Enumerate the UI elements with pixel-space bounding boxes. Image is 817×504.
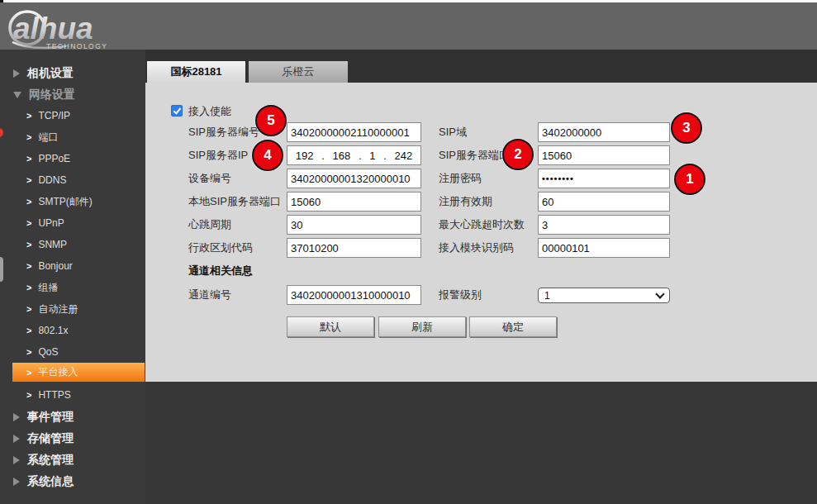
register-password-input[interactable] (538, 169, 670, 188)
button-label: 默认 (320, 320, 341, 335)
dahua-web-config-window: alhua TECHNOLOGY 相机设置 网络设置 TCP/IP 端口 PPP… (0, 0, 817, 504)
sidebar-item-8021x[interactable]: 802.1x (26, 324, 68, 337)
sidebar-item-https[interactable]: HTTPS (26, 388, 71, 402)
sidebar-group-storage-management[interactable]: 存储管理 (13, 431, 74, 445)
sidebar-item-smtp[interactable]: SMTP(邮件) (26, 195, 93, 208)
chevron-right-icon (26, 196, 31, 207)
chevron-right-icon (26, 131, 31, 143)
sip-server-id-input[interactable] (287, 122, 421, 142)
device-id-label: 设备编号 (188, 169, 231, 188)
chevron-right-icon (26, 303, 31, 315)
local-sip-port-input[interactable] (287, 192, 421, 212)
sidebar-item-upnp[interactable]: UPnP (26, 216, 64, 230)
chevron-right-icon (26, 174, 31, 186)
register-valid-period-label: 注册有效期 (439, 192, 492, 212)
sip-server-ip-label: SIP服务器IP (188, 145, 248, 165)
tab-lechange[interactable]: 乐橙云 (249, 61, 348, 83)
sidebar-group-camera-settings[interactable]: 相机设置 (13, 66, 74, 80)
sip-server-port-label: SIP服务器端口 (439, 145, 510, 165)
chevron-right-icon (26, 153, 31, 164)
access-module-id-label: 接入模块识别码 (439, 238, 514, 258)
sidebar-item-tcpip[interactable]: TCP/IP (26, 109, 70, 122)
tab-bar: 国标28181 乐橙云 (145, 50, 817, 83)
sidebar-item-pppoe[interactable]: PPPoE (26, 152, 70, 165)
heartbeat-period-label: 心跳周期 (188, 215, 231, 235)
sidebar-group-label: 系统信息 (27, 474, 74, 489)
heartbeat-period-input[interactable] (287, 215, 421, 235)
ip-octet-3: 1 (369, 150, 375, 162)
sidebar-item-label: Bonjour (38, 260, 72, 272)
chevron-right-icon (26, 346, 31, 358)
ip-octet-4: 242 (395, 150, 413, 162)
sidebar-item-platform-access-active[interactable]: 平台接入 (12, 363, 145, 382)
sidebar-group-network-settings[interactable]: 网络设置 (13, 88, 75, 102)
annotation-badge-4: 4 (252, 140, 283, 171)
sidebar-item-bonjour[interactable]: Bonjour (26, 259, 73, 273)
sidebar-group-system-management[interactable]: 系统管理 (13, 453, 74, 467)
triangle-right-icon (13, 413, 20, 421)
chevron-right-icon (26, 217, 31, 229)
sidebar-group-label: 网络设置 (29, 88, 75, 102)
admin-region-code-input[interactable] (287, 238, 421, 258)
sidebar-item-label: UPnP (38, 217, 64, 229)
access-enable-checkbox[interactable] (171, 105, 183, 116)
sidebar-item-auto-register[interactable]: 自动注册 (26, 302, 78, 316)
local-sip-port-label: 本地SIP服务器端口 (188, 192, 281, 212)
sidebar-item-label: QoS (38, 346, 58, 358)
sidebar-group-system-info[interactable]: 系统信息 (13, 474, 74, 488)
sidebar-group-label: 相机设置 (27, 66, 74, 81)
sip-server-ip-input[interactable]: 192 168 1 242 (287, 145, 421, 165)
dahua-logo: alhua TECHNOLOGY (7, 7, 147, 52)
sidebar-item-label: 端口 (38, 131, 58, 145)
chevron-down-icon (655, 289, 664, 298)
ip-dot (359, 150, 362, 162)
chevron-right-icon (26, 239, 31, 250)
device-id-input[interactable] (287, 169, 421, 188)
chevron-right-icon (26, 110, 31, 121)
sidebar-item-label: SNMP (38, 239, 67, 250)
sidebar-item-snmp[interactable]: SNMP (26, 238, 67, 251)
refresh-button[interactable]: 刷新 (378, 316, 466, 337)
button-label: 确定 (502, 320, 524, 335)
register-valid-period-input[interactable] (538, 192, 670, 212)
sidebar-item-label: PPPoE (38, 153, 70, 164)
dahua-logo-text: alhua (13, 12, 93, 45)
sip-server-port-input[interactable] (538, 145, 670, 165)
sidebar-group-label: 事件管理 (27, 410, 74, 425)
sidebar-group-label: 存储管理 (27, 431, 74, 446)
triangle-down-icon (13, 92, 21, 98)
confirm-button[interactable]: 确定 (469, 316, 557, 337)
sidebar-nav: 相机设置 网络设置 TCP/IP 端口 PPPoE DDNS SMTP(邮件) … (0, 50, 145, 504)
sidebar-group-label: 系统管理 (27, 453, 74, 468)
ip-dot (383, 150, 387, 162)
sidebar-item-multicast[interactable]: 组播 (26, 281, 58, 294)
ip-octet-2: 168 (332, 150, 350, 162)
sidebar-item-port[interactable]: 端口 (26, 131, 58, 144)
sidebar-collapse-handle[interactable] (0, 257, 3, 282)
triangle-right-icon (13, 69, 20, 78)
channel-id-input[interactable] (287, 285, 421, 305)
sidebar-item-label: 组播 (38, 281, 58, 295)
annotation-badge-5: 5 (255, 105, 287, 136)
annotation-badge-2: 2 (502, 139, 534, 170)
triangle-right-icon (13, 435, 20, 443)
chevron-right-icon (26, 325, 31, 336)
sidebar-item-label: 自动注册 (38, 302, 78, 316)
default-button[interactable]: 默认 (287, 316, 374, 337)
sidebar-item-label: SMTP(邮件) (38, 195, 92, 209)
sidebar-item-label: 平台接入 (38, 365, 78, 379)
access-module-id-input[interactable] (538, 238, 670, 258)
alarm-level-label: 报警级别 (439, 285, 482, 305)
tab-gb28181[interactable]: 国标28181 (147, 61, 245, 83)
max-heartbeat-timeout-input[interactable] (538, 215, 670, 235)
sidebar-group-event-management[interactable]: 事件管理 (13, 410, 74, 424)
sip-domain-input[interactable] (538, 122, 670, 142)
sidebar-item-label: TCP/IP (38, 110, 70, 121)
sidebar-item-qos[interactable]: QoS (26, 345, 58, 359)
triangle-right-icon (13, 456, 20, 464)
chevron-right-icon (26, 282, 31, 293)
sip-domain-label: SIP域 (439, 122, 467, 142)
annotation-badge-1: 1 (674, 164, 705, 195)
sidebar-item-ddns[interactable]: DDNS (26, 174, 66, 187)
alarm-level-select[interactable]: 1 (538, 288, 670, 303)
